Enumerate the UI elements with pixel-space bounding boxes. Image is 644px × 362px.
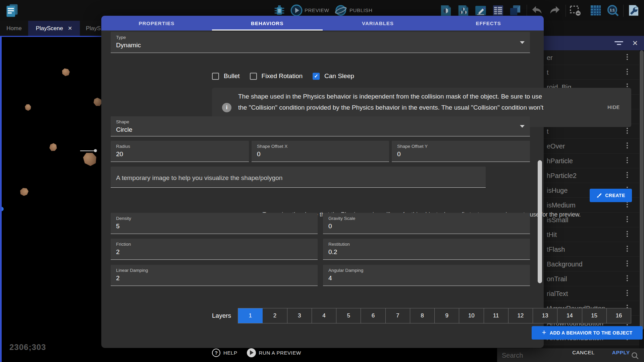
asteroid-sprite[interactable] [82,151,98,167]
help-button[interactable]: ? HELP [212,349,237,357]
layers-selector: 1 2 3 4 5 6 7 8 9 10 11 12 13 14 15 16 [238,308,631,323]
shape-offset-x-field[interactable]: Shape Offset X 0 [252,141,389,162]
asteroid-sprite[interactable] [23,103,33,112]
shape-offset-y-field[interactable]: Shape Offset Y 0 [392,141,530,162]
layer-button-11[interactable]: 11 [484,308,508,323]
toolbar-separator [566,5,566,17]
selection-measure-line [80,150,95,151]
filter-icon[interactable] [614,41,623,45]
toolbar-separator [623,5,624,17]
tab-behaviors[interactable]: BEHAVIORS [212,16,323,31]
chevron-down-icon [520,41,525,44]
svg-text:1:1: 1:1 [610,8,615,12]
layer-button-9[interactable]: 9 [435,308,459,323]
dialog-footer: ? HELP RUN A PREVIEW CANCEL APPLY [212,345,634,360]
help-icon: ? [212,349,220,357]
tab-home[interactable]: Home [0,21,28,36]
gdevelop-editor: PREVIEW PUBLISH [0,0,644,362]
asteroid-sprite[interactable] [62,68,70,76]
kebab-menu-icon[interactable] [626,171,629,179]
checkbox-bullet[interactable]: ✓ Bullet [212,72,240,80]
layer-button-4[interactable]: 4 [312,308,336,323]
layer-button-13[interactable]: 13 [533,308,557,323]
run-preview-button[interactable]: RUN A PREVIEW [247,348,301,357]
checkbox-icon: ✓ [313,73,320,80]
linear-damping-field[interactable]: Linear Damping 2 [111,265,318,286]
gravity-scale-field[interactable]: Gravity Scale 0 [323,213,530,234]
restitution-field[interactable]: Restitution 0.2 [323,239,530,260]
layer-button-2[interactable]: 2 [263,308,287,323]
cursor-coordinates: 2306;303 [9,343,46,352]
capture-region-icon[interactable] [568,3,583,18]
tab-effects[interactable]: EFFECTS [433,16,544,31]
asteroid-sprite[interactable] [48,142,58,152]
density-field[interactable]: Density 5 [111,213,318,234]
cancel-button[interactable]: CANCEL [570,348,597,358]
kebab-menu-icon[interactable] [626,127,629,134]
checkbox-icon: ✓ [212,73,219,80]
angular-damping-field[interactable]: Angular Damping 4 [323,265,530,286]
layer-button-1[interactable]: 1 [238,308,263,323]
layers-label: Layers [212,312,231,319]
grid-icon[interactable] [588,3,603,18]
layer-button-3[interactable]: 3 [287,308,312,323]
kebab-menu-icon[interactable] [626,68,629,75]
layer-button-15[interactable]: 15 [582,308,607,323]
settings-wrench-icon[interactable] [626,3,641,18]
tab-properties[interactable]: PROPERTIES [101,16,212,31]
checkbox-row: ✓ Bullet ✓ Fixed Rotation ✓ Can Sleep [212,72,354,80]
asteroid-sprite[interactable] [19,187,29,197]
type-select[interactable]: Type Dynamic [111,32,530,53]
canvas-selected-border-left [0,36,2,362]
objects-scrollbar[interactable] [639,50,644,362]
close-tab-icon[interactable]: ✕ [68,25,72,32]
layer-button-16[interactable]: 16 [607,308,631,323]
info-icon: i [222,103,231,112]
toolbar-separator [527,5,527,17]
plus-icon: + [542,328,546,337]
dialog-tabbar: PROPERTIES BEHAVIORS VARIABLES EFFECTS [101,16,544,31]
checkbox-icon: ✓ [250,73,257,80]
layer-button-14[interactable]: 14 [557,308,582,323]
checkbox-fixed-rotation[interactable]: ✓ Fixed Rotation [250,72,303,80]
play-icon [247,348,256,357]
selection-measure-dot[interactable] [94,149,97,152]
friction-field[interactable]: Friction 2 [111,239,318,260]
kebab-menu-icon[interactable] [626,275,629,282]
shape-select[interactable]: Shape Circle [111,116,530,136]
kebab-menu-icon[interactable] [626,260,629,267]
layer-button-8[interactable]: 8 [410,308,435,323]
brush-icon [596,193,602,198]
kebab-menu-icon[interactable] [626,289,629,297]
layer-button-7[interactable]: 7 [386,308,410,323]
layer-button-6[interactable]: 6 [361,308,385,323]
project-manager-icon[interactable] [4,2,20,18]
add-behavior-button[interactable]: + ADD A BEHAVIOR TO THE OBJECT [532,326,643,340]
physics-behavior-dialog: PROPERTIES BEHAVIORS VARIABLES EFFECTS T… [101,16,544,348]
kebab-menu-icon[interactable] [626,53,629,61]
hide-button[interactable]: HIDE [605,103,622,111]
temp-image-field[interactable]: A temporary image to help you visualize … [111,167,486,188]
chevron-down-icon [520,125,525,128]
layer-button-12[interactable]: 12 [508,308,533,323]
objects-scrollbar-thumb[interactable] [640,50,644,330]
checkbox-can-sleep[interactable]: ✓ Can Sleep [313,72,354,80]
layer-button-10[interactable]: 10 [459,308,484,323]
apply-button[interactable]: APPLY [609,348,633,358]
redo-icon[interactable] [547,3,562,18]
tab-variables[interactable]: VARIABLES [323,16,433,31]
close-panel-icon[interactable]: ✕ [632,40,638,47]
kebab-menu-icon[interactable] [626,230,629,238]
create-button[interactable]: CREATE [590,189,632,202]
kebab-menu-icon[interactable] [626,142,629,149]
radius-field[interactable]: Radius 20 [111,141,249,162]
zoom-1to1-icon[interactable]: 1:1 [605,3,620,18]
dialog-scrollbar-thumb[interactable] [538,160,542,283]
kebab-menu-icon[interactable] [626,157,629,164]
tab-playscene[interactable]: PlayScene ✕ [28,21,80,36]
layer-button-5[interactable]: 5 [336,308,361,323]
kebab-menu-icon[interactable] [626,245,629,252]
